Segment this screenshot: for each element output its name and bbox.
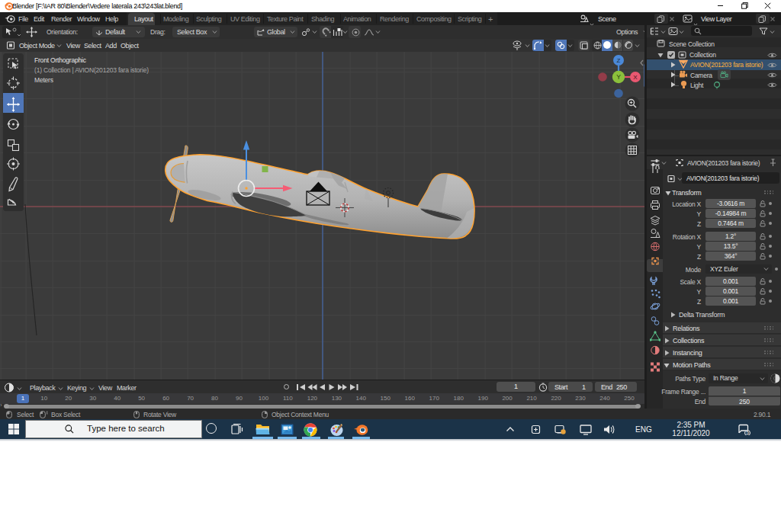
svg-text:5: 5 bbox=[746, 430, 749, 435]
svg-text:Z: Z bbox=[617, 57, 621, 64]
svg-text:Y: Y bbox=[616, 73, 621, 81]
svg-text:X: X bbox=[633, 74, 638, 81]
